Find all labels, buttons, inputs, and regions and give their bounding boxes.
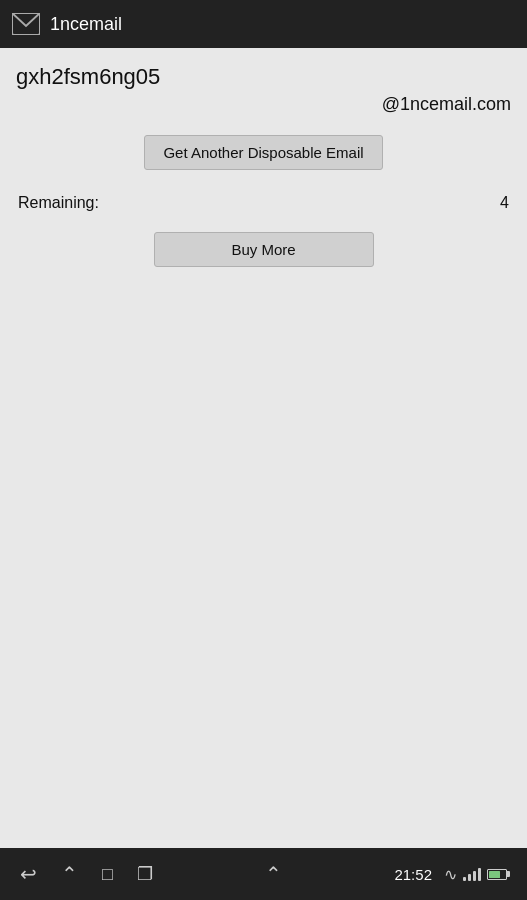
nav-icons-left: ↩ ⌃ □ ❐ (20, 862, 153, 886)
app-title: 1ncemail (50, 14, 122, 35)
envelope-icon (12, 13, 40, 35)
back-icon[interactable]: ↩ (20, 862, 37, 886)
buy-more-button-row: Buy More (16, 232, 511, 267)
wifi-icon: ∿ (444, 865, 457, 884)
recents-icon[interactable]: □ (102, 864, 113, 885)
get-another-button[interactable]: Get Another Disposable Email (144, 135, 382, 170)
title-bar: 1ncemail (0, 0, 527, 48)
remaining-label: Remaining: (18, 194, 99, 212)
remaining-count: 4 (500, 194, 509, 212)
menu-icon[interactable]: ❐ (137, 863, 153, 885)
signal-bars-icon (463, 867, 481, 881)
clock-display: 21:52 (394, 866, 432, 883)
remaining-row: Remaining: 4 (16, 194, 511, 212)
battery-icon (487, 869, 507, 880)
main-content: gxh2fsm6ng05 @1ncemail.com Get Another D… (0, 48, 527, 848)
chevron-up-icon[interactable]: ⌃ (265, 862, 282, 886)
nav-center: ⌃ (265, 862, 282, 886)
nav-icons-right: 21:52 ∿ (394, 865, 507, 884)
home-icon[interactable]: ⌃ (61, 862, 78, 886)
buy-more-button[interactable]: Buy More (154, 232, 374, 267)
get-another-button-row: Get Another Disposable Email (16, 135, 511, 170)
email-domain: @1ncemail.com (16, 94, 511, 115)
email-username: gxh2fsm6ng05 (16, 64, 511, 90)
nav-bar: ↩ ⌃ □ ❐ ⌃ 21:52 ∿ (0, 848, 527, 900)
